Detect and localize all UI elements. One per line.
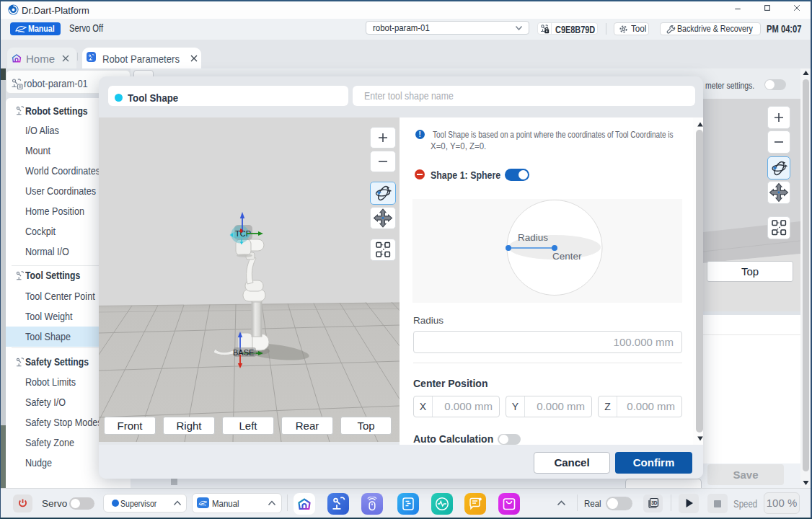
svg-text:Radius: Radius [518,232,548,243]
svg-text:Center: Center [552,251,582,262]
svg-text:3D: 3D [651,500,658,505]
svg-text:BASE: BASE [233,348,254,357]
